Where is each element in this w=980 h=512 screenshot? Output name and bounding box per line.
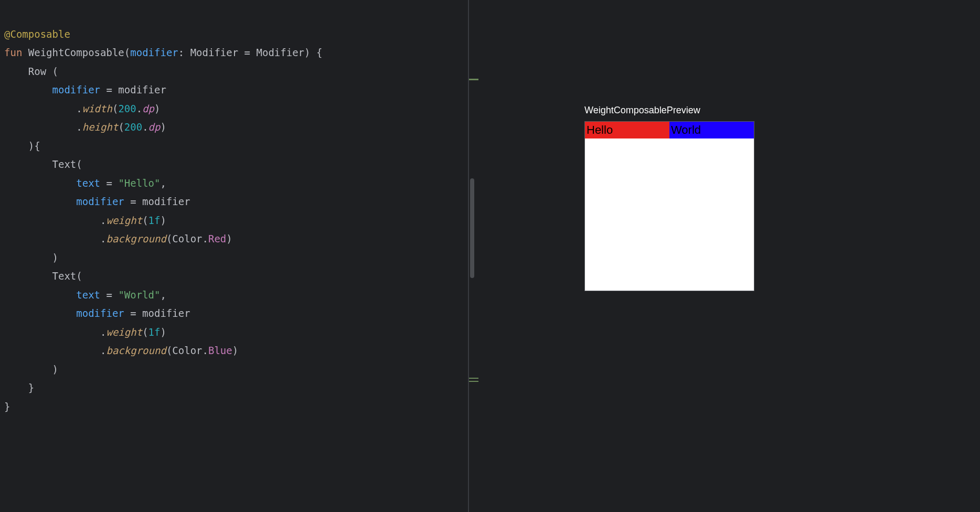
weight-call: weight bbox=[106, 215, 142, 226]
string-world: "World" bbox=[118, 289, 160, 301]
text-call-1: Text bbox=[52, 158, 77, 170]
compose-preview-pane[interactable]: WeightComposablePreview Hello World bbox=[469, 0, 980, 512]
param-modifier: modifier bbox=[130, 47, 178, 58]
editor-scrollbar[interactable] bbox=[470, 178, 474, 278]
fold-marker-icon[interactable] bbox=[469, 381, 478, 382]
background-call: background bbox=[106, 233, 166, 244]
text-call-2: Text bbox=[52, 270, 77, 282]
row-call: Row bbox=[28, 66, 52, 77]
fold-marker-icon[interactable] bbox=[469, 378, 478, 379]
function-name: WeightComposable bbox=[28, 47, 124, 58]
string-hello: "Hello" bbox=[118, 177, 160, 189]
code-content[interactable]: @Composable fun WeightComposable(modifie… bbox=[0, 6, 468, 416]
code-editor-pane[interactable]: @Composable fun WeightComposable(modifie… bbox=[0, 0, 468, 512]
compose-preview-canvas[interactable]: Hello World bbox=[584, 121, 754, 291]
pane-splitter[interactable] bbox=[468, 0, 469, 512]
keyword-fun: fun bbox=[4, 47, 28, 58]
annotation: @Composable bbox=[4, 28, 70, 40]
height-call: height bbox=[82, 121, 119, 133]
fold-marker-icon[interactable] bbox=[469, 79, 478, 80]
width-call: width bbox=[82, 103, 112, 114]
preview-title: WeightComposablePreview bbox=[584, 105, 980, 116]
preview-text-hello: Hello bbox=[585, 122, 669, 138]
preview-text-world: World bbox=[669, 122, 754, 138]
